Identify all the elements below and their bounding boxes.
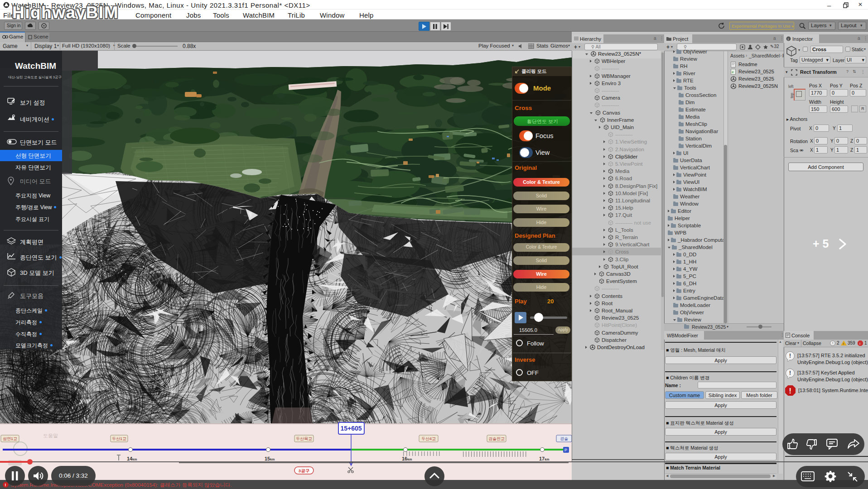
svg-text:검솔전교: 검솔전교 [488, 436, 505, 441]
svg-text:15+605: 15+605 [340, 425, 362, 432]
svg-text:도움말: 도움말 [43, 433, 58, 438]
svg-text:!: ! [859, 342, 860, 346]
svg-text:섬연1교: 섬연1교 [3, 436, 17, 441]
svg-text:두산목교: 두산목교 [296, 436, 312, 441]
svg-text:!: ! [789, 353, 791, 359]
svg-text:i: i [788, 37, 789, 41]
svg-text:!: ! [843, 342, 844, 346]
svg-text:!: ! [5, 483, 6, 487]
svg-text:P: P [564, 448, 567, 452]
svg-text:!: ! [789, 387, 791, 395]
svg-text:경솔: 경솔 [560, 436, 568, 441]
svg-text:3공구: 3공구 [299, 468, 310, 473]
svg-text:#: # [732, 70, 734, 74]
svg-text:두산1교: 두산1교 [112, 436, 126, 441]
svg-text:두산4교: 두산4교 [421, 436, 436, 441]
svg-text:!: ! [789, 370, 791, 376]
